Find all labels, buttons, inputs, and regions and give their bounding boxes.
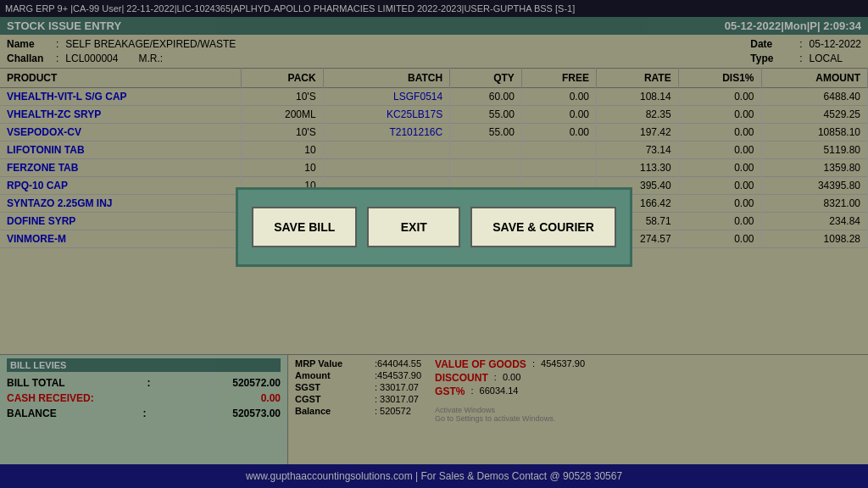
exit-button[interactable]: EXIT — [367, 207, 460, 247]
save-courier-button[interactable]: SAVE & COURIER — [470, 207, 616, 247]
modal-overlay: SAVE BILL EXIT SAVE & COURIER — [0, 0, 868, 488]
save-bill-button[interactable]: SAVE BILL — [252, 207, 357, 247]
modal-dialog: SAVE BILL EXIT SAVE & COURIER — [236, 187, 632, 267]
